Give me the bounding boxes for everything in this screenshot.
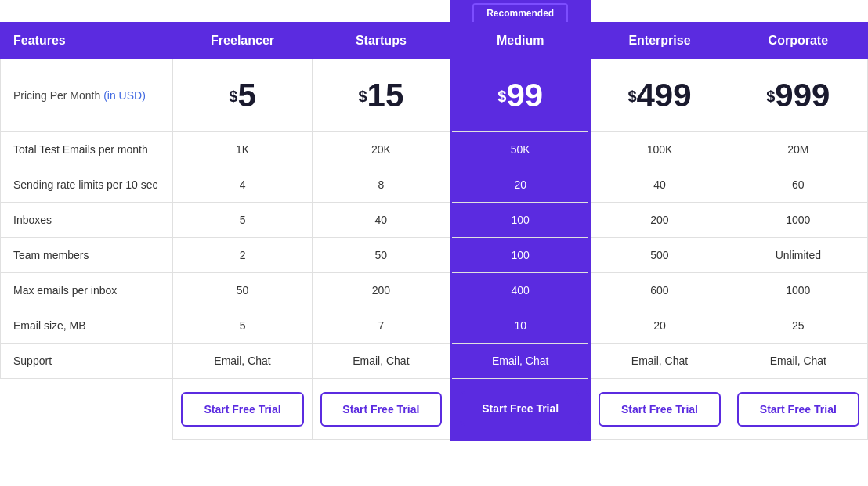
team-members-label: Team members (1, 238, 173, 273)
max-emails-startups: 200 (312, 273, 450, 308)
support-corporate: Email, Chat (729, 344, 867, 379)
email-size-enterprise: 20 (590, 308, 729, 344)
price-enterprise: $499 (590, 59, 729, 132)
col-header-features: Features (1, 23, 173, 59)
support-freelancer: Email, Chat (173, 344, 312, 379)
sending-rate-enterprise: 40 (590, 167, 729, 203)
inboxes-corporate: 1000 (729, 203, 867, 238)
header-row: Features Freelancer Startups Medium Ente… (1, 23, 868, 59)
test-emails-corporate: 20M (729, 132, 867, 167)
support-row: Support Email, Chat Email, Chat Email, C… (1, 344, 868, 379)
start-trial-enterprise-button[interactable]: Start Free Trial (599, 392, 720, 427)
col-header-startups: Startups (312, 23, 450, 59)
badge-corporate-cell (729, 0, 867, 23)
test-emails-label: Total Test Emails per month (1, 132, 173, 167)
start-trial-medium-button[interactable]: Start Free Trial (460, 391, 580, 426)
start-trial-startups-button[interactable]: Start Free Trial (320, 392, 442, 427)
test-emails-startups: 20K (312, 132, 450, 167)
recommended-wrapper: Recommended (452, 3, 588, 22)
sending-rate-label: Sending rate limits per 10 sec (1, 167, 173, 203)
price-corporate: $999 (729, 59, 867, 132)
sending-rate-startups: 8 (312, 167, 450, 203)
sending-rate-medium: 20 (451, 167, 590, 203)
team-members-enterprise: 500 (590, 238, 729, 273)
inboxes-label: Inboxes (1, 203, 173, 238)
max-emails-label: Max emails per inbox (1, 273, 173, 308)
col-header-corporate: Corporate (729, 23, 867, 59)
recommended-badge-cell: Recommended (451, 0, 590, 23)
price-startups: $15 (312, 59, 450, 132)
inboxes-startups: 40 (312, 203, 450, 238)
team-members-freelancer: 2 (173, 238, 312, 273)
inboxes-freelancer: 5 (173, 203, 312, 238)
email-size-label: Email size, MB (1, 308, 173, 344)
max-emails-enterprise: 600 (590, 273, 729, 308)
cta-freelancer-cell: Start Free Trial (173, 379, 312, 440)
email-size-row: Email size, MB 5 7 10 20 25 (1, 308, 868, 344)
recommended-badge-row: Recommended (1, 0, 868, 23)
test-emails-row: Total Test Emails per month 1K 20K 50K 1… (1, 132, 868, 167)
badge-enterprise-cell (590, 0, 729, 23)
sending-rate-corporate: 60 (729, 167, 867, 203)
badge-startups-cell (312, 0, 450, 23)
col-header-enterprise: Enterprise (590, 23, 729, 59)
price-medium: $99 (451, 59, 590, 132)
badge-features-cell (1, 0, 173, 23)
team-members-startups: 50 (312, 238, 450, 273)
test-emails-medium: 50K (451, 132, 590, 167)
team-members-corporate: Unlimited (729, 238, 867, 273)
team-members-medium: 100 (451, 238, 590, 273)
start-trial-freelancer-button[interactable]: Start Free Trial (181, 392, 303, 427)
start-trial-corporate-button[interactable]: Start Free Trial (737, 392, 859, 427)
email-size-corporate: 25 (729, 308, 867, 344)
pricing-label: Pricing Per Month (in USD) (1, 59, 173, 132)
sending-rate-freelancer: 4 (173, 167, 312, 203)
price-freelancer: $5 (173, 59, 312, 132)
pricing-table: Recommended Features Freelancer Startups… (0, 0, 868, 441)
max-emails-row: Max emails per inbox 50 200 400 600 1000 (1, 273, 868, 308)
cta-startups-cell: Start Free Trial (312, 379, 450, 440)
inboxes-row: Inboxes 5 40 100 200 1000 (1, 203, 868, 238)
inboxes-medium: 100 (451, 203, 590, 238)
support-startups: Email, Chat (312, 344, 450, 379)
cta-corporate-cell: Start Free Trial (729, 379, 867, 440)
cta-medium-cell: Start Free Trial (451, 379, 590, 440)
cta-features-empty (1, 379, 173, 440)
badge-freelancer-cell (173, 0, 312, 23)
test-emails-freelancer: 1K (173, 132, 312, 167)
max-emails-corporate: 1000 (729, 273, 867, 308)
test-emails-enterprise: 100K (590, 132, 729, 167)
email-size-medium: 10 (451, 308, 590, 344)
cta-enterprise-cell: Start Free Trial (590, 379, 729, 440)
max-emails-medium: 400 (451, 273, 590, 308)
support-label: Support (1, 344, 173, 379)
team-members-row: Team members 2 50 100 500 Unlimited (1, 238, 868, 273)
price-row: Pricing Per Month (in USD) $5 $15 $99 $4… (1, 59, 868, 132)
max-emails-freelancer: 50 (173, 273, 312, 308)
recommended-badge: Recommended (472, 3, 568, 22)
col-header-freelancer: Freelancer (173, 23, 312, 59)
email-size-freelancer: 5 (173, 308, 312, 344)
inboxes-enterprise: 200 (590, 203, 729, 238)
cta-row: Start Free Trial Start Free Trial Start … (1, 379, 868, 440)
sending-rate-row: Sending rate limits per 10 sec 4 8 20 40… (1, 167, 868, 203)
email-size-startups: 7 (312, 308, 450, 344)
support-medium: Email, Chat (451, 344, 590, 379)
col-header-medium: Medium (451, 23, 590, 59)
support-enterprise: Email, Chat (590, 344, 729, 379)
